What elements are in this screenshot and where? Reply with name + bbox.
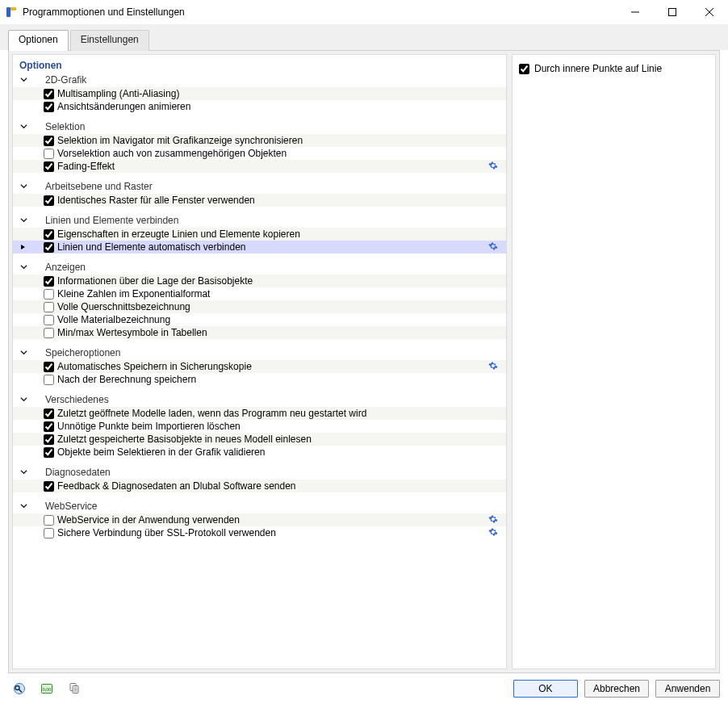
close-button[interactable]: [691, 0, 728, 24]
option-checkbox[interactable]: [44, 102, 54, 112]
group-header[interactable]: Anzeigen: [13, 260, 506, 274]
group-title: Verschiedenes: [45, 394, 109, 405]
options-group: SelektionSelektion im Navigator mit Graf…: [13, 119, 506, 173]
option-checkbox[interactable]: [44, 276, 54, 287]
option-row[interactable]: Vorselektion auch von zusammengehörigen …: [13, 147, 506, 160]
option-checkbox[interactable]: [44, 481, 54, 492]
group-header[interactable]: Linien und Elemente verbinden: [13, 213, 506, 228]
option-checkbox[interactable]: [44, 362, 54, 372]
option-row[interactable]: WebService in der Anwendung verwenden: [13, 513, 506, 526]
option-row[interactable]: Identisches Raster für alle Fenster verw…: [13, 194, 506, 207]
group-header[interactable]: Diagnosedaten: [13, 465, 506, 480]
help-button[interactable]: [8, 677, 31, 700]
option-checkbox[interactable]: [44, 136, 54, 146]
minimize-button[interactable]: [617, 0, 654, 24]
option-label: Objekte beim Selektieren in der Grafik v…: [57, 446, 487, 458]
option-row[interactable]: Unnötige Punkte beim Importieren löschen: [13, 420, 506, 433]
group-header[interactable]: Selektion: [13, 119, 506, 134]
option-row[interactable]: Objekte beim Selektieren in der Grafik v…: [13, 446, 506, 459]
option-checkbox[interactable]: [44, 528, 54, 538]
option-label: Kleine Zahlen im Exponentialformat: [57, 288, 487, 300]
svg-rect-0: [6, 7, 10, 17]
option-checkbox[interactable]: [44, 375, 54, 385]
option-label: Multisampling (Anti-Aliasing): [57, 88, 487, 99]
options-group: DiagnosedatenFeedback & Diagnosedaten an…: [13, 465, 506, 492]
gear-icon[interactable]: [487, 161, 500, 173]
gear-icon[interactable]: [487, 527, 500, 539]
option-label: Zuletzt gespeicherte Basisobjekte in neu…: [57, 434, 487, 445]
apply-button[interactable]: Anwenden: [655, 680, 720, 698]
option-row[interactable]: Ansichtsänderungen animieren: [13, 100, 506, 113]
group-title: 2D-Grafik: [45, 74, 86, 86]
title-bar: Programmoptionen und Einstellungen: [0, 0, 728, 25]
group-title: Diagnosedaten: [45, 467, 111, 478]
cancel-button[interactable]: Abbrechen: [584, 680, 649, 698]
gear-icon[interactable]: [487, 514, 500, 526]
option-checkbox[interactable]: [44, 149, 54, 159]
option-checkbox[interactable]: [44, 289, 54, 300]
option-checkbox[interactable]: [44, 302, 54, 312]
option-row[interactable]: Multisampling (Anti-Aliasing): [13, 87, 506, 100]
option-row[interactable]: Volle Querschnittsbezeichnung: [13, 300, 506, 313]
group-header[interactable]: Arbeitsebene und Raster: [13, 179, 506, 194]
options-group: VerschiedenesZuletzt geöffnete Modelle l…: [13, 392, 506, 459]
option-checkbox[interactable]: [44, 229, 54, 240]
group-header[interactable]: 2D-Grafik: [13, 73, 506, 87]
ok-button[interactable]: OK: [513, 680, 578, 698]
group-title: Linien und Elemente verbinden: [45, 215, 178, 226]
units-button[interactable]: 0,00: [36, 677, 58, 700]
chevron-down-icon: [18, 502, 29, 511]
group-title: Selektion: [45, 121, 85, 132]
option-checkbox[interactable]: [44, 195, 54, 206]
option-row[interactable]: Zuletzt geöffnete Modelle laden, wenn da…: [13, 407, 506, 420]
option-row[interactable]: Feedback & Diagnosedaten an Dlubal Softw…: [13, 480, 506, 492]
option-label: Linien und Elemente automatisch verbinde…: [57, 241, 487, 253]
detail-option-checkbox[interactable]: [519, 64, 529, 74]
tab-options[interactable]: Optionen: [8, 30, 69, 51]
option-row[interactable]: Informationen über die Lage der Basisobj…: [13, 274, 506, 287]
option-label: Unnötige Punkte beim Importieren löschen: [57, 421, 487, 432]
option-row[interactable]: Sichere Verbindung über SSL-Protokoll ve…: [13, 526, 506, 539]
group-header[interactable]: WebService: [13, 499, 506, 513]
option-label: Eigenschaften in erzeugte Linien und Ele…: [57, 228, 487, 240]
option-row[interactable]: Nach der Berechnung speichern: [13, 373, 506, 386]
option-checkbox[interactable]: [44, 161, 54, 172]
maximize-button[interactable]: [654, 0, 691, 24]
gear-icon[interactable]: [487, 361, 500, 373]
tab-settings[interactable]: Einstellungen: [70, 30, 149, 51]
option-checkbox[interactable]: [44, 315, 54, 325]
option-label: Feedback & Diagnosedaten an Dlubal Softw…: [57, 480, 487, 492]
option-checkbox[interactable]: [44, 421, 54, 432]
copy-settings-button[interactable]: [63, 677, 86, 700]
option-checkbox[interactable]: [44, 515, 54, 526]
option-checkbox[interactable]: [44, 89, 54, 99]
group-header[interactable]: Verschiedenes: [13, 392, 506, 407]
option-label: Zuletzt geöffnete Modelle laden, wenn da…: [57, 408, 487, 419]
options-group: WebServiceWebService in der Anwendung ve…: [13, 499, 506, 539]
group-title: Anzeigen: [45, 262, 86, 273]
detail-option-label: Durch innere Punkte auf Linie: [534, 63, 662, 74]
tab-options-label: Optionen: [19, 34, 58, 45]
options-group: Arbeitsebene und RasterIdentisches Raste…: [13, 179, 506, 207]
option-row[interactable]: Automatisches Speichern in Sicherungskop…: [13, 360, 506, 373]
option-checkbox[interactable]: [44, 434, 54, 445]
group-header[interactable]: Speicheroptionen: [13, 346, 506, 360]
option-row[interactable]: Min/max Wertesymbole in Tabellen: [13, 326, 506, 339]
option-label: Nach der Berechnung speichern: [57, 374, 487, 385]
option-row[interactable]: Volle Materialbezeichnung: [13, 313, 506, 326]
option-row[interactable]: Linien und Elemente automatisch verbinde…: [13, 241, 506, 254]
option-row[interactable]: Selektion im Navigator mit Grafikanzeige…: [13, 134, 506, 147]
detail-option-row[interactable]: Durch innere Punkte auf Linie: [519, 63, 709, 74]
option-row[interactable]: Zuletzt gespeicherte Basisobjekte in neu…: [13, 433, 506, 446]
gear-icon[interactable]: [487, 241, 500, 254]
option-checkbox[interactable]: [44, 447, 54, 458]
option-checkbox[interactable]: [44, 242, 54, 253]
detail-pane: Durch innere Punkte auf Linie: [512, 54, 716, 669]
option-checkbox[interactable]: [44, 328, 54, 338]
svg-text:0,00: 0,00: [43, 687, 52, 692]
option-row[interactable]: Fading-Effekt: [13, 160, 506, 173]
option-row[interactable]: Eigenschaften in erzeugte Linien und Ele…: [13, 228, 506, 241]
option-checkbox[interactable]: [44, 409, 54, 419]
option-row[interactable]: Kleine Zahlen im Exponentialformat: [13, 287, 506, 300]
options-tree[interactable]: 2D-GrafikMultisampling (Anti-Aliasing)An…: [13, 73, 506, 668]
